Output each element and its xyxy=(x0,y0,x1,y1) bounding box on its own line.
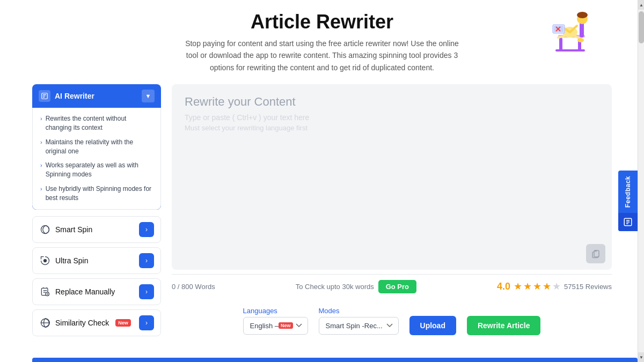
feature-chevron-2: › xyxy=(40,138,42,146)
ai-rewriter-label: AI Rewriter xyxy=(55,92,94,100)
go-pro-button[interactable]: Go Pro xyxy=(378,280,416,293)
page-description: Stop paying for content and start using … xyxy=(182,38,462,73)
sidebar: AI Rewriter ▼ › Rewrites the content wit… xyxy=(32,84,161,340)
rating-number: 4.0 xyxy=(497,281,510,292)
ai-feature-3-text: Works separately as well as with Spinnin… xyxy=(46,161,153,179)
smart-spin-label: Smart Spin xyxy=(55,225,92,234)
reviews-text: 57515 Reviews xyxy=(564,283,612,291)
star-1: ★ xyxy=(514,280,522,292)
sidebar-item-similarity-check[interactable]: Similarity Check New › xyxy=(32,309,161,336)
similarity-new-badge: New xyxy=(115,319,131,327)
language-section: Languages English – EN Spanish – ES Fren… xyxy=(243,307,308,335)
sidebar-item-smart-spin[interactable]: Smart Spin › xyxy=(32,216,161,243)
smart-spin-arrow[interactable]: › xyxy=(139,222,154,237)
star-3: ★ xyxy=(533,280,541,292)
sidebar-item-replace-manually[interactable]: Replace Manually › xyxy=(32,278,161,305)
main-layout: AI Rewriter ▼ › Rewrites the content wit… xyxy=(0,84,644,340)
svg-point-8 xyxy=(577,12,588,18)
bottom-hint-bar xyxy=(32,358,638,362)
feedback-label: Feedback xyxy=(620,171,636,213)
svg-point-17 xyxy=(577,38,584,42)
rating-section: 4.0 ★ ★ ★ ★ ★ 57515 Reviews xyxy=(497,280,612,292)
page-title: Article Rewriter xyxy=(11,11,633,33)
word-count: 0 / 800 Words xyxy=(172,283,215,291)
replace-manually-label: Replace Manually xyxy=(55,287,115,296)
languages-label: Languages xyxy=(243,307,308,315)
ultra-spin-icon xyxy=(39,255,51,267)
editor-placeholder-sub: Type or paste ( Ctrl+v ) your text here xyxy=(185,113,599,122)
svg-rect-2 xyxy=(559,38,562,51)
similarity-check-left: Similarity Check New xyxy=(39,317,131,329)
modes-label: Modes xyxy=(319,307,399,315)
content-area: Rewrite your Content Type or paste ( Ctr… xyxy=(172,84,612,340)
pro-text: To Check upto 30k words xyxy=(296,283,374,291)
replace-manually-arrow[interactable]: › xyxy=(139,284,154,299)
ai-feature-3: › Works separately as well as with Spinn… xyxy=(40,161,153,179)
svg-point-20 xyxy=(44,259,47,262)
ai-rewriter-features: › Rewrites the content without changing … xyxy=(32,108,161,209)
ai-feature-4-text: Use hybridly with Spinning modes for bes… xyxy=(46,184,153,203)
replace-manually-left: Replace Manually xyxy=(39,286,115,298)
similarity-check-label: Similarity Check xyxy=(55,319,109,327)
similarity-check-icon xyxy=(39,317,51,329)
sidebar-ai-rewriter-header[interactable]: AI Rewriter ▼ xyxy=(32,84,161,108)
scrollbar-down[interactable]: ▼ xyxy=(638,352,644,362)
rewrite-article-button[interactable]: Rewrite Article xyxy=(467,316,541,335)
svg-rect-4 xyxy=(555,49,585,51)
ultra-spin-label: Ultra Spin xyxy=(55,256,88,265)
upload-button[interactable]: Upload xyxy=(409,316,456,335)
header-illustration xyxy=(547,5,593,58)
star-4: ★ xyxy=(543,280,551,292)
editor-placeholder-title: Rewrite your Content xyxy=(185,95,599,109)
ai-feature-2: › Maintains the relativity with the orig… xyxy=(40,138,153,156)
editor-paste-icon xyxy=(586,244,605,263)
language-select-wrapper: English – EN Spanish – ES French – FR Ne… xyxy=(243,317,308,335)
ai-feature-1: › Rewrites the content without changing … xyxy=(40,114,153,132)
pro-section: To Check upto 30k words Go Pro xyxy=(296,280,416,293)
star-5: ★ xyxy=(552,280,561,292)
modes-section: Modes Smart Spin -Rec... Ultra Spin AI R… xyxy=(319,307,399,335)
stars: ★ ★ ★ ★ ★ xyxy=(514,280,561,292)
page-header: Article Rewriter Stop paying for content… xyxy=(0,0,644,79)
mode-select[interactable]: Smart Spin -Rec... Ultra Spin AI Rewrite… xyxy=(319,317,399,335)
feedback-icon xyxy=(618,213,638,231)
sidebar-ai-label-group: AI Rewriter xyxy=(39,90,94,102)
editor-placeholder-note: Must select your rewriting language firs… xyxy=(185,124,599,132)
ai-feature-2-text: Maintains the relativity with the origin… xyxy=(46,138,153,156)
sidebar-ai-rewriter: AI Rewriter ▼ › Rewrites the content wit… xyxy=(32,84,161,209)
smart-spin-left: Smart Spin xyxy=(39,224,92,235)
ultra-spin-arrow[interactable]: › xyxy=(139,253,154,268)
language-select[interactable]: English – EN Spanish – ES French – FR xyxy=(243,317,308,335)
smart-spin-icon xyxy=(39,224,51,235)
feature-chevron-4: › xyxy=(40,185,42,193)
ai-feature-4: › Use hybridly with Spinning modes for b… xyxy=(40,184,153,203)
sidebar-item-ultra-spin[interactable]: Ultra Spin › xyxy=(32,247,161,274)
similarity-check-arrow[interactable]: › xyxy=(139,315,154,330)
ai-rewriter-toggle[interactable]: ▼ xyxy=(142,90,155,102)
star-2: ★ xyxy=(523,280,532,292)
ai-feature-1-text: Rewrites the content without changing it… xyxy=(46,114,153,132)
stats-bar: 0 / 800 Words To Check upto 30k words Go… xyxy=(172,274,612,299)
feature-chevron-3: › xyxy=(40,161,42,169)
language-new-badge: New xyxy=(279,322,293,329)
feature-chevron-1: › xyxy=(40,115,42,123)
replace-manually-icon xyxy=(39,286,51,298)
ai-rewriter-icon xyxy=(39,90,50,102)
bottom-bar: Languages English – EN Spanish – ES Fren… xyxy=(172,301,612,341)
text-editor[interactable]: Rewrite your Content Type or paste ( Ctr… xyxy=(172,84,612,269)
feedback-tab[interactable]: Feedback xyxy=(618,171,638,231)
ultra-spin-left: Ultra Spin xyxy=(39,255,88,267)
